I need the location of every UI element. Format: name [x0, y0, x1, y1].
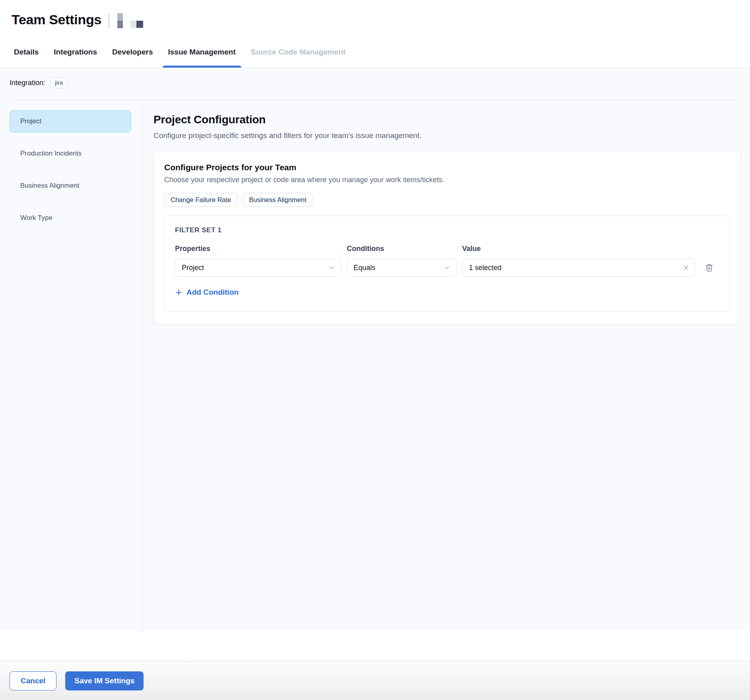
integration-badge: jira [50, 77, 68, 88]
content-subtitle: Configure project-specific settings and … [153, 131, 740, 140]
conditions-select-value: Equals [354, 264, 375, 272]
filter-grid: Properties Conditions Value Project [175, 245, 719, 277]
project-configuration-section: Project Configuration Configure project-… [142, 100, 750, 631]
chip-change-failure-rate[interactable]: Change Failure Rate [164, 193, 237, 207]
content-title: Project Configuration [153, 113, 740, 126]
redacted-block [130, 21, 143, 28]
cancel-button[interactable]: Cancel [10, 671, 56, 690]
properties-label: Properties [175, 245, 341, 253]
settings-panes: Project Production Incidents Business Al… [0, 100, 750, 631]
chevron-down-icon [328, 264, 335, 271]
integration-label: Integration: [10, 79, 45, 87]
value-label: Value [462, 245, 695, 253]
properties-select[interactable]: Project [175, 259, 341, 277]
properties-select-value: Project [182, 264, 204, 272]
delete-filter-button[interactable] [701, 259, 717, 277]
project-chips: Change Failure Rate Business Alignment [164, 193, 730, 207]
plus-icon [175, 289, 183, 296]
page-title: Team Settings [12, 12, 101, 27]
footer-spacer [0, 631, 750, 661]
conditions-select[interactable]: Equals [347, 259, 457, 277]
add-condition-label: Add Condition [187, 288, 239, 297]
card-title: Configure Projects for your Team [164, 163, 730, 172]
value-selected-text: 1 selected [469, 264, 501, 272]
chevron-down-icon [443, 264, 451, 271]
settings-sidebar: Project Production Incidents Business Al… [0, 100, 142, 631]
card-description: Choose your respective project or code a… [164, 176, 730, 184]
sidebar-item-work-type[interactable]: Work Type [10, 207, 131, 229]
footer-action-bar: Cancel Save IM Settings [0, 661, 750, 700]
sidebar-item-production-incidents[interactable]: Production Incidents [10, 142, 131, 165]
tab-integrations[interactable]: Integrations [54, 48, 97, 67]
tab-details[interactable]: Details [14, 48, 39, 67]
team-settings-page: Team Settings Details Integrations Devel… [0, 0, 750, 700]
redacted-block [117, 13, 123, 28]
filter-set-1: FILTER SET 1 Properties Conditions Value… [164, 216, 730, 312]
value-multiselect[interactable]: 1 selected [462, 259, 695, 277]
trash-icon [705, 263, 713, 272]
issue-management-panel: Integration: jira Project Production Inc… [0, 68, 750, 631]
configure-projects-card: Configure Projects for your Team Choose … [153, 151, 740, 324]
sidebar-item-project[interactable]: Project [10, 110, 131, 132]
tab-issue-management[interactable]: Issue Management [168, 48, 236, 67]
page-header: Team Settings [0, 0, 750, 36]
sidebar-item-business-alignment[interactable]: Business Alignment [10, 175, 131, 197]
integration-row: Integration: jira [0, 68, 750, 99]
settings-tabbar: Details Integrations Developers Issue Ma… [0, 36, 750, 68]
add-condition-button[interactable]: Add Condition [175, 288, 239, 297]
clear-value-icon[interactable] [683, 264, 689, 271]
title-separator [109, 13, 109, 28]
conditions-label: Conditions [347, 245, 457, 253]
tab-developers[interactable]: Developers [112, 48, 153, 67]
team-name-redacted [117, 13, 143, 28]
filter-set-title: FILTER SET 1 [175, 226, 719, 234]
tab-source-code-management: Source Code Management [251, 48, 346, 67]
chip-business-alignment[interactable]: Business Alignment [243, 193, 313, 207]
save-im-settings-button[interactable]: Save IM Settings [65, 671, 144, 690]
